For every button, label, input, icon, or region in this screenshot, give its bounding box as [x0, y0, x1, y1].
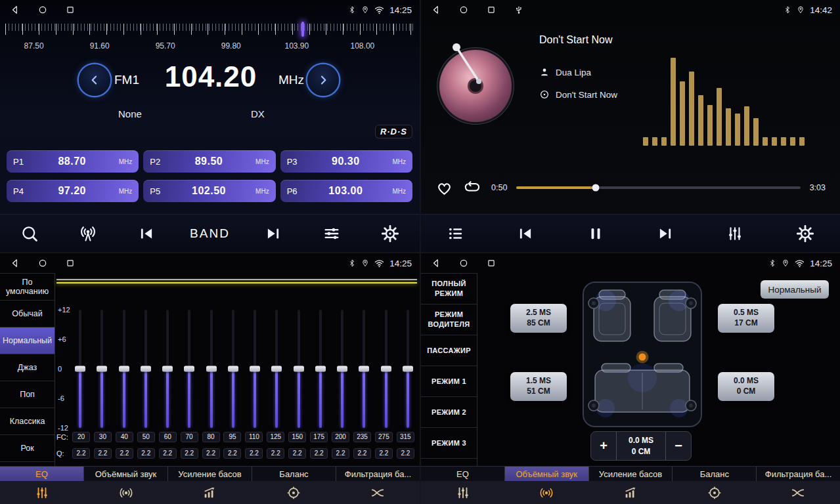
sound-mode-item[interactable]: РЕЖИМ 3 [421, 428, 477, 459]
q-value-chip[interactable]: 2.2 [202, 448, 220, 459]
tune-up-button[interactable] [307, 64, 339, 96]
next-station-button[interactable] [258, 219, 288, 248]
radio-preset-p6[interactable]: P6103.00MHz [280, 180, 412, 202]
eq-slider-handle[interactable] [381, 366, 391, 372]
eq-band-slider[interactable] [95, 310, 108, 428]
home-button[interactable] [38, 5, 47, 14]
recents-button[interactable] [66, 259, 75, 268]
equalizer-button[interactable] [317, 219, 347, 248]
sound-mode-item[interactable]: ПОЛНЫЙ РЕЖИМ [421, 274, 477, 304]
fc-value-chip[interactable]: 50 [137, 432, 155, 442]
eq-band-slider[interactable] [183, 310, 196, 428]
back-button[interactable] [11, 259, 20, 268]
eq-preset-item[interactable]: По умолчанию [0, 274, 55, 301]
fc-value-chip[interactable]: 60 [159, 432, 177, 442]
tab-filter[interactable]: Фильтрация ба... [336, 467, 420, 481]
sound-mode-item[interactable]: РЕЖИМ ВОДИТЕЛЯ [421, 304, 477, 335]
q-value-chip[interactable]: 2.2 [223, 448, 241, 459]
frequency-ruler[interactable] [5, 24, 414, 38]
recents-button[interactable] [66, 5, 75, 14]
sound-mode-item[interactable]: ПАССАЖИР [421, 335, 477, 366]
q-value-chip[interactable]: 2.2 [353, 448, 371, 459]
tune-down-button[interactable] [79, 64, 110, 96]
tab-eq[interactable]: EQ [421, 467, 505, 481]
surround-sound-icon[interactable] [84, 481, 168, 504]
eq-slider-handle[interactable] [75, 366, 85, 372]
next-track-button[interactable] [650, 219, 680, 248]
eq-slider-handle[interactable] [162, 366, 173, 372]
delay-increase-button[interactable]: + [591, 438, 616, 453]
tab-balance[interactable]: Баланс [673, 467, 757, 481]
playlist-button[interactable] [441, 219, 471, 248]
q-value-chip[interactable]: 2.2 [267, 448, 284, 459]
q-value-chip[interactable]: 2.2 [137, 448, 155, 459]
fc-value-chip[interactable]: 30 [94, 432, 112, 442]
eq-slider-handle[interactable] [97, 366, 107, 372]
sound-mode-item[interactable]: РЕЖИМ 1 [421, 366, 477, 397]
settings-button[interactable] [790, 219, 820, 248]
progress-knob[interactable] [592, 184, 600, 192]
recents-button[interactable] [487, 259, 496, 268]
q-value-chip[interactable]: 2.2 [332, 448, 349, 459]
q-value-chip[interactable]: 2.2 [397, 448, 414, 459]
q-value-chip[interactable]: 2.2 [375, 448, 393, 459]
front-left-delay-chip[interactable]: 2.5 MS 85 CM [510, 304, 567, 333]
fc-value-chip[interactable]: 20 [72, 432, 90, 442]
previous-track-button[interactable] [510, 219, 541, 248]
home-button[interactable] [38, 259, 47, 268]
q-value-chip[interactable]: 2.2 [245, 448, 263, 459]
car-cabin-diagram[interactable] [579, 280, 705, 429]
home-button[interactable] [459, 259, 468, 268]
eq-band-slider[interactable] [74, 310, 87, 428]
fc-value-chip[interactable]: 275 [375, 432, 393, 442]
eq-preset-item[interactable]: Нормальный [0, 327, 55, 354]
crossover-filter-icon[interactable] [336, 481, 420, 504]
radio-preset-p4[interactable]: P497.20MHz [7, 180, 139, 202]
q-value-chip[interactable]: 2.2 [94, 448, 112, 459]
eq-slider-handle[interactable] [250, 366, 260, 372]
eq-band-slider[interactable] [336, 310, 349, 428]
eq-band-slider[interactable] [380, 310, 393, 428]
eq-sliders-icon[interactable] [0, 481, 84, 504]
eq-slider-handle[interactable] [294, 366, 304, 372]
home-button[interactable] [459, 5, 468, 14]
back-button[interactable] [11, 5, 20, 14]
back-button[interactable] [431, 5, 441, 14]
eq-preset-item[interactable]: Рок [0, 435, 55, 462]
delay-decrease-button[interactable]: − [666, 438, 691, 453]
fc-value-chip[interactable]: 110 [245, 432, 263, 442]
broadcast-button[interactable] [73, 219, 103, 248]
radio-preset-p3[interactable]: P390.30MHz [280, 150, 412, 173]
eq-preset-item[interactable]: Обычай [0, 301, 55, 327]
eq-slider-handle[interactable] [206, 366, 217, 372]
radio-preset-p5[interactable]: P5102.50MHz [143, 180, 275, 202]
q-value-chip[interactable]: 2.2 [288, 448, 306, 459]
scan-button[interactable] [14, 219, 45, 248]
tab-balance[interactable]: Баланс [252, 467, 336, 481]
q-value-chip[interactable]: 2.2 [159, 448, 177, 459]
fc-value-chip[interactable]: 150 [288, 432, 306, 442]
sound-mode-item[interactable]: РЕЖИМ 2 [421, 397, 477, 428]
eq-band-slider[interactable] [248, 310, 261, 428]
back-button[interactable] [431, 259, 441, 268]
eq-slider-handle[interactable] [271, 366, 282, 372]
bass-boost-icon[interactable] [168, 481, 252, 504]
q-value-chip[interactable]: 2.2 [310, 448, 328, 459]
fc-value-chip[interactable]: 40 [116, 432, 133, 442]
eq-band-slider[interactable] [314, 310, 327, 428]
eq-band-slider[interactable] [118, 310, 131, 428]
recents-button[interactable] [487, 5, 496, 14]
tab-filter[interactable]: Фильтрация ба... [757, 467, 840, 481]
eq-slider-handle[interactable] [184, 366, 194, 372]
q-value-chip[interactable]: 2.2 [72, 448, 90, 459]
tab-surround-sound[interactable]: Объёмный звук [84, 467, 168, 481]
eq-slider-handle[interactable] [315, 366, 326, 372]
fc-value-chip[interactable]: 95 [223, 432, 241, 442]
pause-button[interactable] [581, 219, 611, 248]
eq-slider-handle[interactable] [119, 366, 129, 372]
repeat-button[interactable] [462, 179, 482, 196]
frequency-indicator[interactable] [301, 22, 304, 37]
listening-position-dot[interactable] [639, 354, 646, 361]
eq-slider-handle[interactable] [403, 366, 413, 372]
equalizer-button[interactable] [720, 219, 750, 248]
